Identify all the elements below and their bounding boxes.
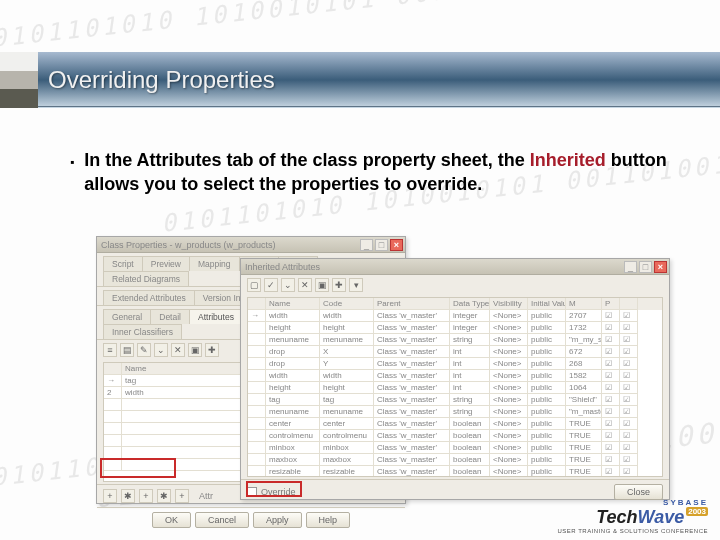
tool-icon-5[interactable]: ✕ xyxy=(171,343,185,357)
nav-btn-3[interactable]: + xyxy=(139,489,153,503)
table-row[interactable]: tagtagClass 'w_master'string<None>public… xyxy=(248,394,662,406)
toolbar-inherited: ▢ ✓ ⌄ ✕ ▣ ✚ ▾ xyxy=(241,275,669,295)
ok-button[interactable]: OK xyxy=(152,512,191,528)
close-icon[interactable]: × xyxy=(654,261,667,273)
bullet-keyword: Inherited xyxy=(530,150,606,170)
tab-mapping[interactable]: Mapping xyxy=(189,256,240,271)
tool-icon-7[interactable]: ✚ xyxy=(205,343,219,357)
window-title: Class Properties - w_products (w_product… xyxy=(101,240,276,250)
table-row[interactable]: centercenterClass 'w_master'boolean<None… xyxy=(248,418,662,430)
bg-binary-tl: 0101101010 1010010101 0011010011 xyxy=(0,0,580,52)
footer-label: Attr xyxy=(199,491,213,501)
table-row[interactable]: heightheightClass 'w_master'int<None>pub… xyxy=(248,382,662,394)
header-underline xyxy=(38,106,720,107)
tool-icon-4[interactable]: ⌄ xyxy=(154,343,168,357)
strip-left-accent xyxy=(0,52,38,108)
dialog-buttons: OK Cancel Apply Help xyxy=(97,507,405,532)
tool-r-7[interactable]: ▾ xyxy=(349,278,363,292)
tab-detail[interactable]: Detail xyxy=(150,309,190,324)
col-marker xyxy=(104,363,122,375)
table-row[interactable]: dropYClass 'w_master'int<None>public268 xyxy=(248,358,662,370)
minimize-button[interactable]: _ xyxy=(624,261,637,273)
table-row[interactable]: controlmenucontrolmenuClass 'w_master'bo… xyxy=(248,430,662,442)
table-row[interactable]: widthwidthClass 'w_master'int<None>publi… xyxy=(248,370,662,382)
window-title-inherited: Inherited Attributes xyxy=(245,262,320,272)
titlebar-inherited[interactable]: Inherited Attributes _ □ × xyxy=(241,259,669,275)
tab-script[interactable]: Script xyxy=(103,256,143,271)
col-parent: Parent xyxy=(374,298,450,310)
col-name: Name xyxy=(266,298,320,310)
nav-btn-4[interactable]: ✱ xyxy=(157,489,171,503)
slide-title: Overriding Properties xyxy=(38,66,275,94)
table-row[interactable]: menunamemenunameClass 'w_master'string<N… xyxy=(248,334,662,346)
tool-r-5[interactable]: ▣ xyxy=(315,278,329,292)
maximize-button[interactable]: □ xyxy=(375,239,388,251)
col-p: P xyxy=(602,298,620,310)
table-row[interactable]: heightheightClass 'w_master'integer<None… xyxy=(248,322,662,334)
tab-general[interactable]: General xyxy=(103,309,151,324)
table-row[interactable]: dropXClass 'w_master'int<None>public672 xyxy=(248,346,662,358)
sybase-techwave-logo: SYBASE TechWave2003 USER TRAINING & SOLU… xyxy=(557,498,708,534)
nav-btn-2[interactable]: ✱ xyxy=(121,489,135,503)
nav-btn-5[interactable]: + xyxy=(175,489,189,503)
override-checkbox[interactable]: Override xyxy=(247,487,296,497)
col-visibility: Visibility xyxy=(490,298,528,310)
tool-icon-3[interactable]: ✎ xyxy=(137,343,151,357)
tab-attributes[interactable]: Attributes xyxy=(189,309,243,324)
tab-ext-attrs[interactable]: Extended Attributes xyxy=(103,290,195,305)
tool-icon-6[interactable]: ▣ xyxy=(188,343,202,357)
maximize-button[interactable]: □ xyxy=(639,261,652,273)
slide-title-bar: Overriding Properties xyxy=(0,52,720,108)
cancel-button[interactable]: Cancel xyxy=(195,512,249,528)
col-datatype: Data Type xyxy=(450,298,490,310)
tool-r-4[interactable]: ✕ xyxy=(298,278,312,292)
tab-preview[interactable]: Preview xyxy=(142,256,190,271)
tool-icon-1[interactable]: ≡ xyxy=(103,343,117,357)
bullet-text: In the Attributes tab of the class prope… xyxy=(84,148,680,197)
table-row[interactable]: resizableresizableClass 'w_master'boolea… xyxy=(248,466,662,477)
col-initial: Initial Value xyxy=(528,298,566,310)
slide-body: ▪ In the Attributes tab of the class pro… xyxy=(70,148,680,197)
titlebar-class-props[interactable]: Class Properties - w_products (w_product… xyxy=(97,237,405,253)
tool-r-1[interactable]: ▢ xyxy=(247,278,261,292)
tool-r-6[interactable]: ✚ xyxy=(332,278,346,292)
table-row[interactable]: menunamemenunameClass 'w_master'string<N… xyxy=(248,406,662,418)
tab-related-diagrams[interactable]: Related Diagrams xyxy=(103,271,189,286)
table-row[interactable]: minboxminboxClass 'w_master'boolean<None… xyxy=(248,442,662,454)
table-row[interactable]: →widthwidthClass 'w_master'integer<None>… xyxy=(248,310,662,322)
tool-r-3[interactable]: ⌄ xyxy=(281,278,295,292)
inherited-grid[interactable]: Name Code Parent Data Type Visibility In… xyxy=(247,297,663,477)
nav-btn-1[interactable]: + xyxy=(103,489,117,503)
help-button[interactable]: Help xyxy=(306,512,351,528)
inherited-attributes-window: Inherited Attributes _ □ × ▢ ✓ ⌄ ✕ ▣ ✚ ▾… xyxy=(240,258,670,500)
bullet-icon: ▪ xyxy=(70,148,74,197)
col-m: M xyxy=(566,298,602,310)
tab-inner-classifiers[interactable]: Inner Classifiers xyxy=(103,324,182,339)
col-code: Code xyxy=(320,298,374,310)
tool-icon-2[interactable]: ▤ xyxy=(120,343,134,357)
apply-button[interactable]: Apply xyxy=(253,512,302,528)
close-icon[interactable]: × xyxy=(390,239,403,251)
table-row[interactable]: maxboxmaxboxClass 'w_master'boolean<None… xyxy=(248,454,662,466)
minimize-button[interactable]: _ xyxy=(360,239,373,251)
tool-r-2[interactable]: ✓ xyxy=(264,278,278,292)
